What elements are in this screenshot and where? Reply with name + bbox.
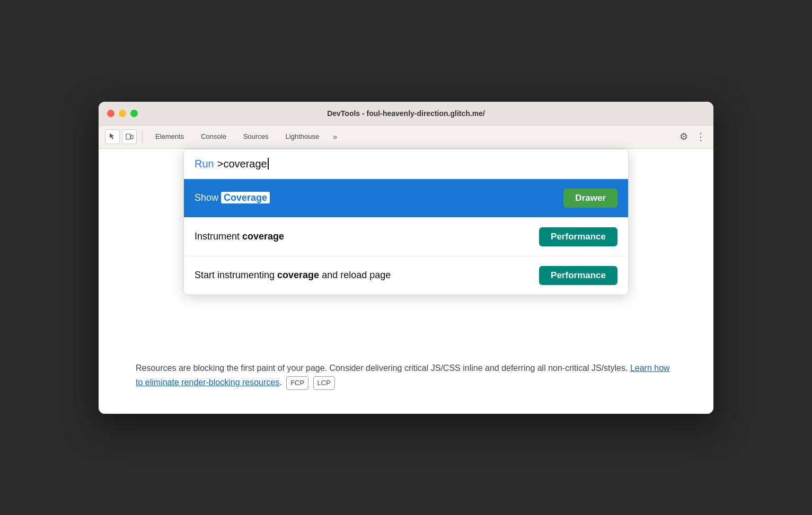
main-content: Run >coverage Show Coverage Drawer Instr…	[99, 149, 713, 414]
more-options-button[interactable]: ⋮	[694, 128, 707, 145]
result-tag-performance-1[interactable]: Performance	[539, 227, 617, 246]
tab-sources[interactable]: Sources	[236, 126, 276, 149]
lcp-badge: LCP	[313, 376, 335, 390]
maximize-button[interactable]	[130, 110, 138, 117]
result-start-instrumenting[interactable]: Start instrumenting coverage and reload …	[184, 256, 628, 295]
minimize-button[interactable]	[119, 110, 126, 117]
command-input-row[interactable]: Run >coverage	[184, 149, 628, 179]
tab-lighthouse[interactable]: Lighthouse	[278, 126, 327, 149]
run-label: Run	[195, 158, 214, 170]
toolbar-divider	[142, 130, 143, 143]
svg-rect-1	[131, 135, 133, 139]
devtools-window: DevTools - foul-heavenly-direction.glitc…	[99, 102, 713, 414]
tab-console[interactable]: Console	[193, 126, 234, 149]
text-cursor	[268, 158, 269, 170]
svg-rect-0	[126, 134, 130, 139]
result-label-start-instrumenting: Start instrumenting coverage and reload …	[195, 270, 539, 281]
fcp-badge: FCP	[286, 376, 308, 390]
command-palette: Run >coverage Show Coverage Drawer Instr…	[183, 149, 629, 295]
result-instrument-coverage[interactable]: Instrument coverage Performance	[184, 218, 628, 256]
background-content: Resources are blocking the first paint o…	[125, 361, 687, 390]
result-label-instrument-coverage: Instrument coverage	[195, 231, 539, 242]
close-button[interactable]	[107, 110, 114, 117]
result-show-coverage[interactable]: Show Coverage Drawer	[184, 179, 628, 218]
result-tag-drawer[interactable]: Drawer	[563, 189, 617, 208]
toolbar: Elements Console Sources Lighthouse » ⚙ …	[99, 126, 713, 149]
traffic-lights	[107, 110, 138, 117]
window-title: DevTools - foul-heavenly-direction.glitc…	[327, 109, 485, 118]
title-bar: DevTools - foul-heavenly-direction.glitc…	[99, 102, 713, 126]
device-toggle-button[interactable]	[122, 129, 137, 144]
result-label-show-coverage: Show Coverage	[195, 192, 563, 203]
tab-elements[interactable]: Elements	[148, 126, 191, 149]
settings-button[interactable]: ⚙	[675, 128, 692, 145]
command-input-text[interactable]: >coverage	[217, 158, 267, 170]
tab-more-button[interactable]: »	[329, 125, 341, 148]
background-text: Resources are blocking the first paint o…	[136, 361, 676, 390]
result-tag-performance-2[interactable]: Performance	[539, 266, 617, 285]
inspect-element-button[interactable]	[105, 129, 120, 144]
